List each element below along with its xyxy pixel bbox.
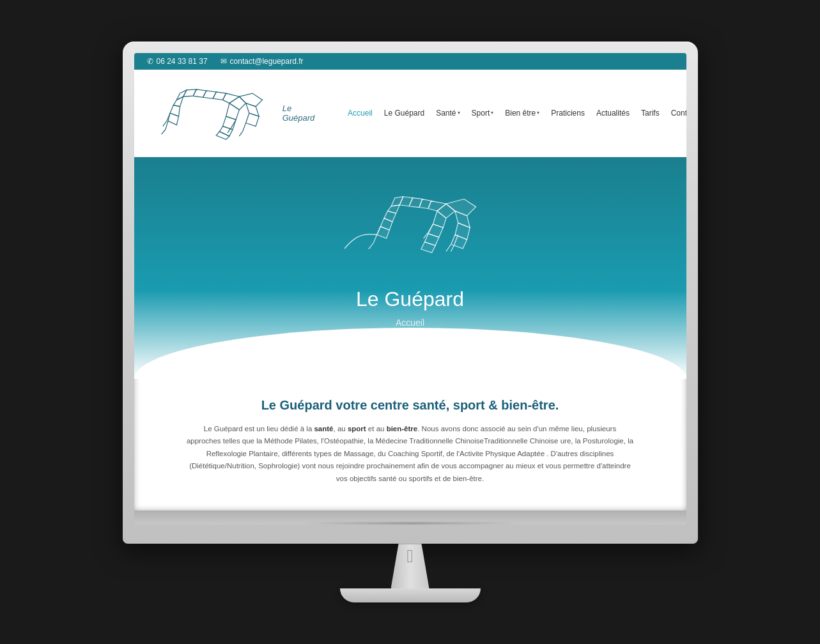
content-body: Le Guépard est un lieu dédié à la santé,… <box>187 423 634 486</box>
screen: ✆ 06 24 33 81 37 ✉ contact@leguepard.fr <box>134 53 686 511</box>
content-heading: Le Guépard votre centre santé, sport & b… <box>173 398 648 413</box>
sport-chevron-icon: ▾ <box>491 110 493 116</box>
svg-marker-9 <box>213 92 226 100</box>
email-icon: ✉ <box>220 57 227 66</box>
svg-line-22 <box>161 129 165 134</box>
nav-item-tarifs[interactable]: Tarifs <box>636 106 665 120</box>
nav-links: Accueil Le Guépard Santé ▾ Sport ▾ Bien … <box>343 105 686 121</box>
svg-marker-11 <box>193 89 206 97</box>
email-address: contact@leguepard.fr <box>230 57 304 66</box>
content-section: Le Guépard votre centre santé, sport & b… <box>134 379 686 511</box>
svg-line-44 <box>451 244 454 251</box>
nav-item-leguepard[interactable]: Le Guépard <box>379 106 429 120</box>
monitor-bezel: ✆ 06 24 33 81 37 ✉ contact@leguepard.fr <box>123 42 698 544</box>
hero-title: Le Guépard <box>356 288 464 311</box>
svg-line-45 <box>446 244 451 251</box>
nav-item-actualites[interactable]: Actualités <box>591 106 635 120</box>
top-bar-phone: ✆ 06 24 33 81 37 <box>147 57 208 66</box>
nav-item-sport[interactable]: Sport ▾ <box>467 106 499 120</box>
hero-cheetah <box>321 183 500 281</box>
top-bar: ✆ 06 24 33 81 37 ✉ contact@leguepard.fr <box>134 53 686 70</box>
logo-cheetah-icon <box>147 75 279 151</box>
sante-chevron-icon: ▾ <box>458 110 460 116</box>
monitor-bottom <box>134 510 686 525</box>
bienetre-chevron-icon: ▾ <box>537 110 539 116</box>
navbar: Le Guépard Accueil Le Guépard Santé ▾ Sp… <box>134 70 686 157</box>
svg-line-24 <box>162 121 166 126</box>
nav-item-sante[interactable]: Santé ▾ <box>431 106 465 120</box>
nav-item-praticiens[interactable]: Praticiens <box>546 106 590 120</box>
monitor-wrapper: ✆ 06 24 33 81 37 ✉ contact@leguepard.fr <box>123 42 698 603</box>
phone-number: 06 24 33 81 37 <box>157 57 208 66</box>
nav-item-bienetre[interactable]: Bien être ▾ <box>500 106 545 120</box>
svg-line-17 <box>242 123 245 131</box>
logo-area[interactable]: Le Guépard <box>147 75 324 151</box>
monitor-stand-neck:  <box>391 544 429 588</box>
nav-item-contact[interactable]: Contact <box>666 106 686 120</box>
apple-logo-icon:  <box>391 546 429 567</box>
svg-marker-2 <box>245 113 259 126</box>
nav-item-accueil[interactable]: Accueil <box>343 106 378 120</box>
svg-marker-13 <box>176 90 186 100</box>
logo-text: Le Guépard <box>282 103 323 123</box>
svg-line-48 <box>373 234 377 243</box>
svg-marker-14 <box>173 96 183 106</box>
phone-icon: ✆ <box>147 57 153 66</box>
svg-line-18 <box>239 131 242 135</box>
svg-marker-3 <box>229 96 245 110</box>
hero-subtitle: Accueil <box>396 318 424 328</box>
monitor-stand-base <box>340 588 481 602</box>
svg-marker-10 <box>203 91 216 98</box>
hero-section: Le Guépard Accueil <box>134 157 686 379</box>
top-bar-email: ✉ contact@leguepard.fr <box>220 57 304 66</box>
svg-line-49 <box>368 243 373 249</box>
